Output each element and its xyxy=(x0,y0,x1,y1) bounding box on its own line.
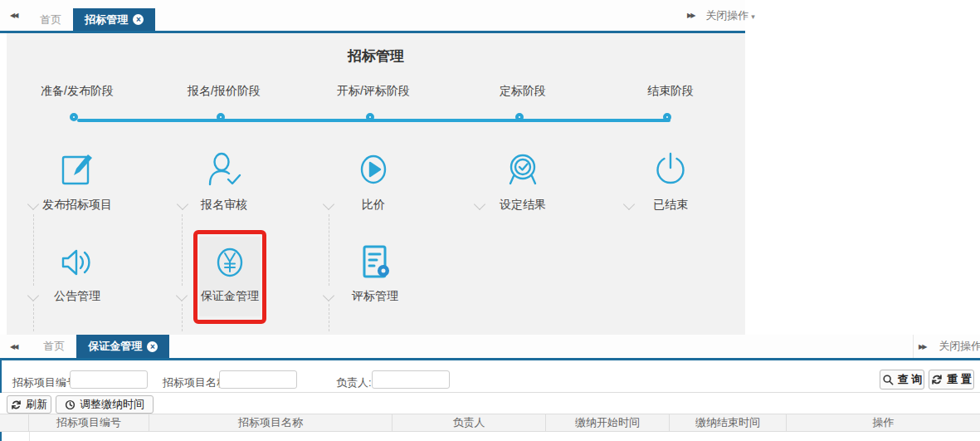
flow-connector xyxy=(182,214,183,286)
tab-home-top[interactable]: 首页 xyxy=(28,8,73,31)
top-tabbar-right: ▶▶ 关闭操作▾ xyxy=(682,0,745,31)
tab-home-bottom[interactable]: 首页 xyxy=(32,335,76,358)
flow-item-evaluation-management[interactable]: 评标管理 xyxy=(317,289,433,304)
col-person-in-charge: 负责人 xyxy=(392,414,546,431)
timeline-line xyxy=(77,119,670,122)
flow-connector xyxy=(329,304,329,331)
close-tab-icon[interactable]: × xyxy=(133,14,144,25)
timeline-dot-3 xyxy=(366,113,374,121)
scroll-tabs-right-icon[interactable]: ▶▶ xyxy=(682,12,699,19)
person-in-charge-label: 负责人: xyxy=(336,375,372,390)
timeline-dot-1 xyxy=(70,113,78,121)
close-operations-dropdown[interactable]: 关闭操作▾ xyxy=(705,8,755,23)
tab-bidding-label: 招标管理 xyxy=(85,12,128,27)
refresh-button-label: 刷新 xyxy=(26,397,47,412)
flow-connector xyxy=(329,214,329,286)
col-project-number: 招标项目编号 xyxy=(29,414,149,431)
table-body-divider xyxy=(29,432,30,441)
person-in-charge-input[interactable] xyxy=(372,370,450,389)
bottom-tab-bar: ◀◀ 首页 保证金管理 × ▶▶ 关闭操作 xyxy=(0,335,980,360)
flow-item-announcement-management[interactable]: 公告管理 xyxy=(19,289,135,304)
search-icon xyxy=(882,374,894,385)
search-button[interactable]: 查 询 xyxy=(880,370,924,390)
power-icon[interactable] xyxy=(651,149,690,189)
reset-button[interactable]: 重 置 xyxy=(929,370,974,390)
scroll-tabs-left-icon[interactable]: ◀◀ xyxy=(5,343,22,350)
flow-connector xyxy=(33,214,34,286)
col-payment-start-time: 缴纳开始时间 xyxy=(546,414,670,431)
flow-connector xyxy=(182,304,183,331)
col-payment-end-time: 缴纳结束时间 xyxy=(670,414,787,431)
tab-home-label: 首页 xyxy=(40,12,61,27)
person-check-icon[interactable] xyxy=(204,149,244,189)
adjust-button-label: 调整缴纳时间 xyxy=(80,397,144,412)
top-tab-bar: ◀◀ 首页 招标管理 × ▶▶ 关闭操作▾ xyxy=(0,0,745,33)
project-number-input[interactable] xyxy=(70,370,148,389)
stage-prepare-publish: 准备/发布阶段 xyxy=(19,84,135,99)
target-check-icon[interactable] xyxy=(503,149,543,189)
highlight-red-box xyxy=(193,230,266,324)
project-name-input[interactable] xyxy=(219,370,297,389)
bottom-tabbar-right: ▶▶ 关闭操作 xyxy=(913,335,980,358)
refresh-icon xyxy=(11,399,22,410)
stage-award: 定标阶段 xyxy=(465,84,581,99)
stage-register-quote: 报名/报价阶段 xyxy=(166,84,282,99)
tab-bidding-management[interactable]: 招标管理 × xyxy=(73,8,155,31)
close-operations-dropdown[interactable]: 关闭操作 xyxy=(939,339,980,354)
chevron-down-icon: ▾ xyxy=(751,12,755,21)
table-header-row: 招标项目编号 招标项目名称 负责人 缴纳开始时间 缴纳结束时间 操作 xyxy=(0,414,980,432)
play-circle-icon[interactable] xyxy=(353,149,393,189)
tab-deposit-label: 保证金管理 xyxy=(88,339,142,354)
refresh-icon xyxy=(931,374,943,385)
col-project-name: 招标项目名称 xyxy=(149,414,392,431)
timeline-dot-5 xyxy=(663,113,671,121)
scroll-tabs-left-icon[interactable]: ◀◀ xyxy=(5,12,22,19)
stage-end: 结束阶段 xyxy=(612,84,729,99)
col-operation: 操作 xyxy=(787,414,980,431)
app-root: ◀◀ 首页 招标管理 × ▶▶ 关闭操作▾ 招标管理 准备/发布阶段 报名/报价… xyxy=(0,0,980,441)
page-title: 招标管理 xyxy=(293,47,459,66)
timeline-dot-2 xyxy=(217,113,225,121)
reset-button-label: 重 置 xyxy=(947,372,972,387)
adjust-payment-time-button[interactable]: 调整缴纳时间 xyxy=(56,395,154,414)
speaker-icon[interactable] xyxy=(57,243,97,282)
timeline-dot-4 xyxy=(515,113,524,121)
document-gear-icon[interactable] xyxy=(355,243,395,282)
edit-square-icon[interactable] xyxy=(57,149,97,189)
tab-home-label: 首页 xyxy=(43,339,65,354)
flow-connector xyxy=(33,304,34,331)
refresh-button[interactable]: 刷新 xyxy=(7,395,51,414)
search-button-label: 查 询 xyxy=(898,372,923,387)
scroll-tabs-right-icon[interactable]: ▶▶ xyxy=(914,343,930,350)
close-tab-icon[interactable]: × xyxy=(147,341,158,352)
tab-deposit-management[interactable]: 保证金管理 × xyxy=(76,335,169,358)
stage-open-evaluate: 开标/评标阶段 xyxy=(315,84,431,99)
clock-icon xyxy=(65,399,76,410)
col-select xyxy=(0,414,29,431)
